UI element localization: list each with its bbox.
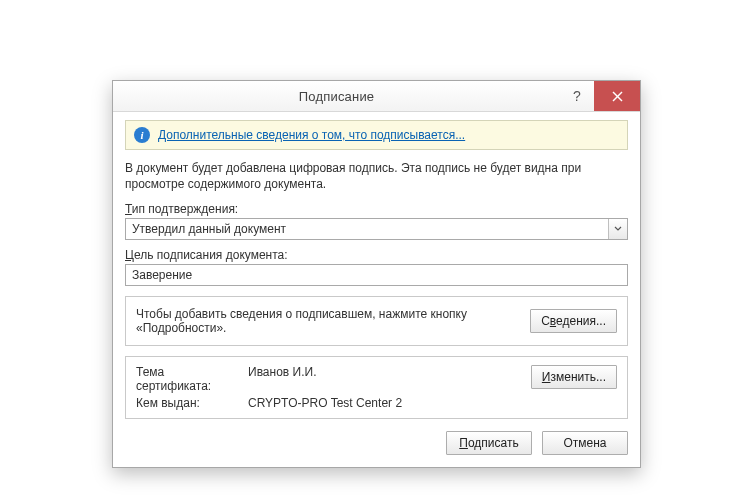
accel-char: П	[459, 436, 468, 450]
btn-rest: одписать	[468, 436, 519, 450]
purpose-label: Цель подписания документа:	[125, 248, 628, 262]
dialog-footer: Подписать Отмена	[125, 431, 628, 455]
cert-issuer-value: CRYPTO-PRO Test Center 2	[248, 396, 519, 410]
signing-dialog: Подписание ? i Дополнительные сведения о…	[112, 80, 641, 468]
dialog-body: i Дополнительные сведения о том, что под…	[113, 112, 640, 467]
description-text: В документ будет добавлена цифровая подп…	[125, 160, 628, 192]
certificate-panel: Тема сертификата: Иванов И.И. Кем выдан:…	[125, 356, 628, 419]
purpose-input[interactable]	[125, 264, 628, 286]
more-info-link[interactable]: Дополнительные сведения о том, что подпи…	[158, 128, 465, 142]
close-icon	[612, 91, 623, 102]
cert-issuer-label: Кем выдан:	[136, 396, 242, 410]
cert-subject-value: Иванов И.И.	[248, 365, 519, 393]
change-certificate-button[interactable]: Изменить...	[531, 365, 617, 389]
commitment-type-combo[interactable]: Утвердил данный документ	[125, 218, 628, 240]
cancel-button[interactable]: Отмена	[542, 431, 628, 455]
commitment-type-value: Утвердил данный документ	[126, 219, 608, 239]
chevron-down-icon	[614, 226, 622, 232]
cert-subject-label: Тема сертификата:	[136, 365, 242, 393]
info-bar: i Дополнительные сведения о том, что под…	[125, 120, 628, 150]
info-icon: i	[134, 127, 150, 143]
accel-char: Т	[125, 202, 132, 216]
window-controls: ?	[560, 81, 640, 111]
close-button[interactable]	[594, 81, 640, 111]
certificate-grid: Тема сертификата: Иванов И.И. Кем выдан:…	[136, 365, 519, 410]
commitment-type-label: Тип подтверждения:	[125, 202, 628, 216]
label-rest: ип подтверждения:	[132, 202, 238, 216]
label-rest: ель подписания документа:	[134, 248, 288, 262]
accel-char: Ц	[125, 248, 134, 262]
sign-button[interactable]: Подписать	[446, 431, 532, 455]
dialog-title: Подписание	[113, 89, 560, 104]
details-button[interactable]: Сведения...	[530, 309, 617, 333]
btn-prefix: С	[541, 314, 550, 328]
help-icon: ?	[573, 88, 581, 104]
signer-details-text: Чтобы добавить сведения о подписавшем, н…	[136, 307, 520, 335]
btn-rest: едения...	[556, 314, 606, 328]
help-button[interactable]: ?	[560, 81, 594, 111]
signer-details-panel: Чтобы добавить сведения о подписавшем, н…	[125, 296, 628, 346]
combo-dropdown-button[interactable]	[608, 219, 627, 239]
title-bar: Подписание ?	[113, 81, 640, 112]
btn-rest: зменить...	[550, 370, 606, 384]
